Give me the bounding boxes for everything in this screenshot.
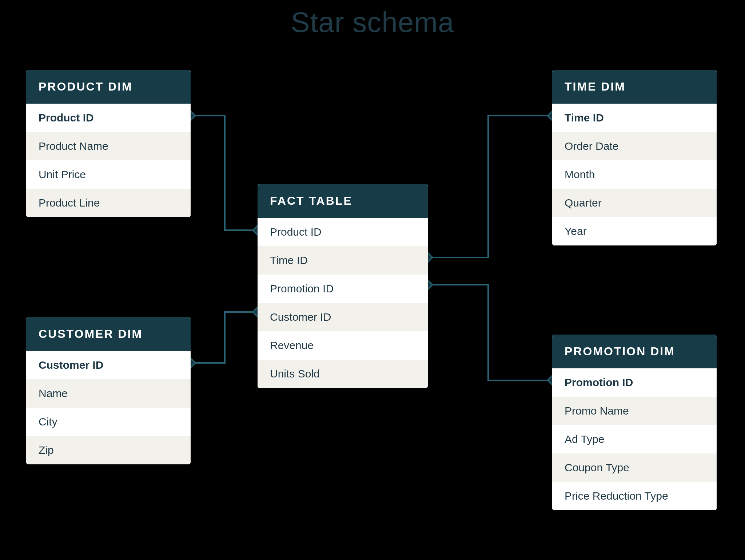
- table-header: PROMOTION DIM: [552, 335, 717, 368]
- diagram-canvas: Star schema PRODUCT DIM: [0, 0, 745, 560]
- table-promotion-dim: PROMOTION DIM Promotion ID Promo Name Ad…: [552, 335, 717, 510]
- table-field: Revenue: [258, 331, 428, 360]
- table-field: City: [26, 408, 191, 436]
- table-header: FACT TABLE: [258, 184, 428, 218]
- table-header: CUSTOMER DIM: [26, 317, 191, 351]
- table-field: Units Sold: [258, 360, 428, 388]
- table-header: TIME DIM: [552, 70, 717, 104]
- table-field: Product Line: [26, 189, 191, 217]
- table-field: Year: [552, 217, 717, 245]
- table-product-dim: PRODUCT DIM Product ID Product Name Unit…: [26, 70, 191, 217]
- table-customer-dim: CUSTOMER DIM Customer ID Name City Zip: [26, 317, 191, 464]
- table-time-dim: TIME DIM Time ID Order Date Month Quarte…: [552, 70, 717, 245]
- table-key-field: Customer ID: [26, 351, 191, 379]
- table-field: Promo Name: [552, 397, 717, 425]
- table-field: Coupon Type: [552, 453, 717, 482]
- table-field: Quarter: [552, 189, 717, 217]
- table-field: Product Name: [26, 132, 191, 160]
- table-field: Unit Price: [26, 160, 191, 189]
- table-field: Promotion ID: [258, 275, 428, 303]
- table-field: Ad Type: [552, 425, 717, 453]
- table-field: Month: [552, 160, 717, 189]
- table-field: Product ID: [258, 218, 428, 246]
- table-field: Time ID: [258, 246, 428, 275]
- table-header: PRODUCT DIM: [26, 70, 191, 104]
- table-key-field: Product ID: [26, 104, 191, 132]
- table-field: Zip: [26, 436, 191, 464]
- table-key-field: Time ID: [552, 104, 717, 132]
- table-field: Name: [26, 379, 191, 408]
- table-field: Order Date: [552, 132, 717, 160]
- table-fact: FACT TABLE Product ID Time ID Promotion …: [258, 184, 428, 388]
- table-field: Customer ID: [258, 303, 428, 331]
- table-field: Price Reduction Type: [552, 482, 717, 510]
- diagram-title: Star schema: [0, 6, 745, 39]
- table-key-field: Promotion ID: [552, 368, 717, 397]
